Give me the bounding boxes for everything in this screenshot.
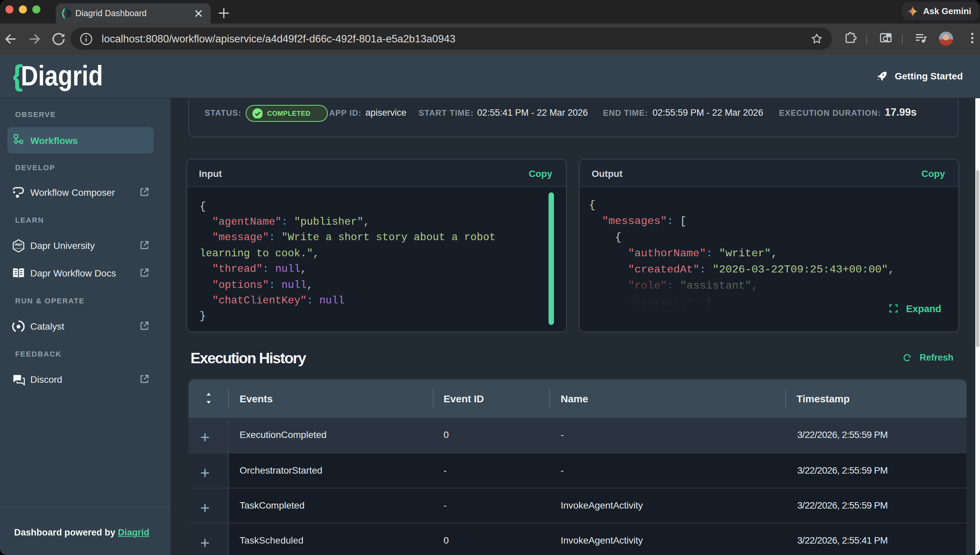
svg-text:dapr: dapr	[15, 242, 22, 246]
svg-text:Diagrid: Diagrid	[21, 61, 103, 91]
svg-text:university: university	[14, 247, 22, 249]
